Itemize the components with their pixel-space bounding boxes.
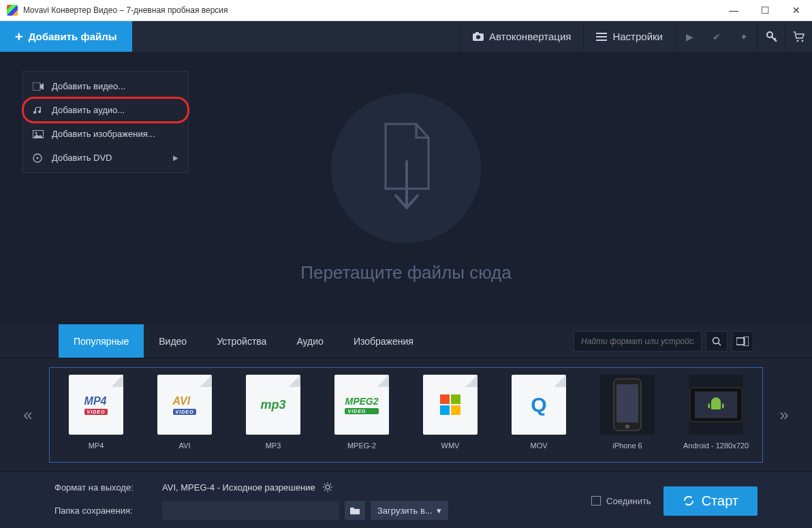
add-dvd-menuitem[interactable]: Добавить DVD ▶ [23, 146, 188, 170]
chevron-right-icon: ▶ [173, 154, 178, 161]
svg-rect-26 [33, 82, 40, 91]
upload-label: Загрузить в... [377, 506, 433, 516]
detect-device-button[interactable] [732, 331, 753, 352]
preset-wmv[interactable]: WMV [408, 372, 493, 458]
add-audio-menuitem[interactable]: Добавить аудио... [23, 98, 188, 122]
bottom-bar: Формат на выходе: AVI, MPEG-4 - Исходное… [0, 471, 812, 528]
svg-rect-17 [616, 384, 638, 422]
video-icon [33, 82, 44, 91]
svg-point-7 [796, 40, 798, 42]
autoconvert-label: Автоконвертация [489, 31, 571, 42]
disc-icon [33, 153, 44, 163]
vk-icon[interactable]: ✔ [703, 21, 730, 52]
top-toolbar: + Добавить файлы Автоконвертация Настрой… [0, 21, 812, 52]
format-search-input[interactable] [574, 331, 702, 352]
format-settings-button[interactable] [322, 482, 333, 493]
add-audio-label: Добавить аудио... [52, 105, 125, 115]
presets-list: MP4VIDEO MP4 AVIVIDEO AVI mp3 MP3 MPEG2V… [49, 367, 763, 463]
music-icon [33, 106, 44, 115]
upload-to-dropdown[interactable]: Загрузить в... ▾ [371, 501, 448, 520]
preset-avi[interactable]: AVIVIDEO AVI [142, 372, 227, 458]
iphone-icon [600, 375, 655, 435]
save-folder-label: Папка сохранения: [54, 506, 155, 516]
start-label: Старт [702, 493, 738, 509]
key-icon[interactable] [758, 21, 785, 52]
settings-label: Настройки [612, 31, 663, 42]
output-format-value: AVI, MPEG-4 - Исходное разрешение [162, 482, 315, 493]
preset-android[interactable]: Android - 1280x720 [674, 372, 758, 458]
search-button[interactable] [706, 331, 728, 352]
tab-images[interactable]: Изображения [339, 324, 428, 358]
save-path-field[interactable] [162, 501, 339, 520]
format-tabs: Популярные Видео Устройства Аудио Изобра… [0, 324, 812, 358]
svg-rect-14 [440, 405, 450, 415]
share-icon[interactable]: ✦ [730, 21, 758, 52]
merge-checkbox[interactable]: Соединить [591, 496, 651, 506]
tab-devices[interactable]: Устройства [202, 324, 281, 358]
add-files-dropdown: Добавить видео... Добавить аудио... Доба… [22, 71, 189, 173]
settings-button[interactable]: Настройки [583, 21, 675, 52]
svg-rect-3 [596, 33, 607, 34]
browse-folder-button[interactable] [345, 501, 365, 520]
add-dvd-label: Добавить DVD [52, 153, 112, 163]
svg-rect-24 [722, 403, 724, 408]
app-icon [7, 5, 18, 16]
svg-rect-4 [596, 36, 607, 37]
merge-label: Соединить [606, 496, 651, 506]
maximize-button[interactable]: ☐ [749, 0, 781, 21]
add-files-button[interactable]: + Добавить файлы [0, 21, 132, 52]
tab-video[interactable]: Видео [144, 324, 202, 358]
chevron-down-icon: ▾ [437, 506, 441, 516]
svg-rect-5 [596, 40, 607, 41]
close-button[interactable]: ✕ [781, 0, 812, 21]
svg-point-9 [713, 337, 719, 343]
preset-mpeg2[interactable]: MPEG2VIDEO MPEG-2 [319, 372, 404, 458]
hamburger-icon [596, 33, 607, 41]
add-video-menuitem[interactable]: Добавить видео... [23, 74, 188, 98]
minimize-button[interactable]: — [718, 0, 749, 21]
svg-rect-2 [475, 32, 479, 34]
cart-icon[interactable] [785, 21, 812, 52]
tab-popular[interactable]: Популярные [59, 324, 144, 358]
svg-point-8 [801, 40, 803, 42]
add-images-menuitem[interactable]: Добавить изображения... [23, 122, 188, 146]
svg-rect-23 [708, 403, 710, 408]
svg-rect-15 [451, 405, 460, 415]
presets-prev-button[interactable]: « [11, 367, 45, 463]
windows-icon [438, 392, 463, 417]
tab-audio[interactable]: Аудио [281, 324, 339, 358]
output-format-label: Формат на выходе: [54, 482, 155, 493]
svg-rect-12 [440, 394, 450, 404]
window-titlebar: Movavi Конвертер Видео – 7-дневная пробн… [0, 0, 812, 21]
start-button[interactable]: Старт [663, 486, 758, 516]
autoconvert-button[interactable]: Автоконвертация [460, 21, 583, 52]
preset-mp3[interactable]: mp3 MP3 [231, 372, 315, 458]
drop-file-graphic [331, 93, 481, 243]
svg-rect-22 [711, 402, 721, 409]
svg-point-18 [625, 424, 629, 429]
preset-iphone6[interactable]: iPhone 6 [585, 372, 670, 458]
svg-point-28 [35, 131, 37, 134]
presets-next-button[interactable]: » [767, 367, 801, 463]
svg-point-1 [476, 35, 480, 39]
drop-text: Перетащите файлы сюда [300, 262, 512, 283]
add-images-label: Добавить изображения... [52, 129, 155, 139]
svg-point-25 [326, 485, 330, 489]
svg-rect-13 [451, 394, 460, 404]
plus-icon: + [15, 30, 23, 44]
preset-mov[interactable]: Q MOV [497, 372, 581, 458]
preset-mp4[interactable]: MP4VIDEO MP4 [54, 372, 138, 458]
add-video-label: Добавить видео... [52, 81, 125, 91]
window-title: Movavi Конвертер Видео – 7-дневная пробн… [23, 5, 228, 15]
youtube-icon[interactable]: ▶ [676, 21, 703, 52]
android-tablet-icon [689, 375, 743, 435]
image-icon [33, 130, 44, 138]
camera-icon [473, 32, 484, 42]
add-files-label: Добавить файлы [29, 31, 117, 42]
svg-point-30 [37, 157, 39, 159]
convert-icon [683, 495, 695, 507]
svg-rect-10 [736, 338, 745, 345]
